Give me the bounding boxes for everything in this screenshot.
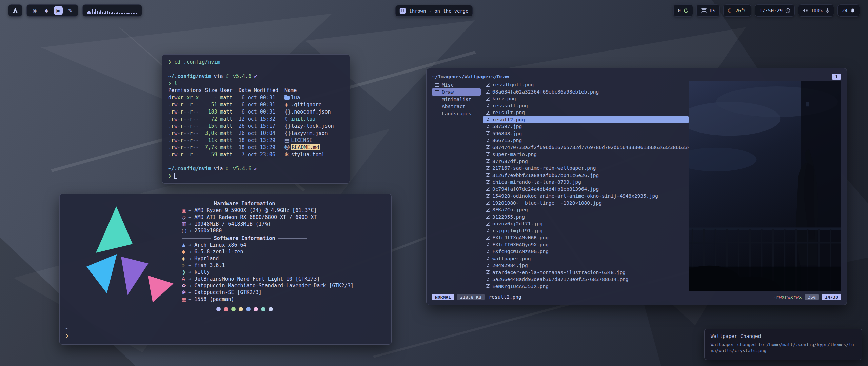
- file-row[interactable]: 5a266e448add93deab367d87173e9f25-6837886…: [483, 276, 689, 283]
- visualizer-bar: [131, 13, 132, 14]
- file-row[interactable]: chica-mirando-la-luna-8799.jpg: [483, 179, 689, 186]
- file-row[interactable]: 19201080-__blue-tinge__-1920×1080.jpg: [483, 200, 689, 207]
- file-row[interactable]: atardecer-en-la-montanas-ilustracion-634…: [483, 269, 689, 276]
- image-file-icon: [486, 284, 490, 288]
- visualizer-bar: [121, 13, 122, 14]
- file-row[interactable]: 0c794faf07de24a4db4d4fb1eb813964.jpg: [483, 186, 689, 193]
- workspace-browser-icon[interactable]: ◉: [30, 6, 39, 15]
- arrow-icon: →: [188, 283, 191, 289]
- fetch-prompt[interactable]: ~ ❯: [65, 325, 68, 340]
- file-row[interactable]: 154928-odinokoe_anime-art-anime-okno-sin…: [483, 192, 689, 200]
- keyboard-layout-module[interactable]: US: [696, 4, 720, 17]
- palette-dot: [254, 307, 258, 311]
- notification-title: Wallpaper Changed: [711, 333, 856, 339]
- file-row[interactable]: 3126f7e9bbf21a8a4af0b67b041c6e26.jpg: [483, 172, 689, 179]
- file-name: super-mario.png: [492, 151, 537, 157]
- file-row[interactable]: 217167-sad-anime-rain-wallpaper.png: [483, 165, 689, 172]
- sidebar-item-misc[interactable]: Misc: [432, 81, 481, 88]
- os-icon: ▲: [182, 242, 188, 248]
- sidebar-item-abstract[interactable]: Abstract: [432, 103, 481, 110]
- workspace-design-icon[interactable]: ✎: [66, 6, 75, 15]
- file-row[interactable]: FXfcJlTXgAMvH6R.png: [483, 234, 689, 241]
- folder-icon: [435, 83, 439, 87]
- cwd-path: ~/.config/nvim: [168, 166, 211, 172]
- terminal-window: ❯cd.config/nvim ~/.config/nvimvia☾v5.4.6…: [162, 54, 350, 184]
- file-row[interactable]: FXfcHgcWIAMzs0G.png: [483, 248, 689, 255]
- updates-module[interactable]: 0: [673, 4, 693, 17]
- notifications-module[interactable]: 24: [837, 4, 860, 17]
- visualizer-bar: [136, 13, 137, 14]
- file-row[interactable]: 8FKa7Cu.jpeg: [483, 206, 689, 214]
- packages-icon: ▦: [182, 296, 188, 302]
- launcher-button[interactable]: [8, 4, 22, 17]
- file-name: kurz.png: [492, 96, 516, 101]
- permissions-cell: .rw-r--r--: [168, 109, 199, 115]
- color-palette: [182, 307, 307, 311]
- file-row[interactable]: ressdfgult.png: [483, 81, 689, 88]
- file-row[interactable]: 587597.jpg: [483, 123, 689, 130]
- file-row[interactable]: EeNKYgIUcAAJ5JX.png: [483, 283, 689, 290]
- notification-popup[interactable]: Wallpaper Changed Wallpaper changed to /…: [704, 329, 862, 360]
- name-cell: ⓂREADME.md: [284, 144, 320, 150]
- sidebar-item-minimalist[interactable]: Minimalist: [432, 96, 481, 103]
- check-icon: ✔: [254, 73, 257, 79]
- file-row[interactable]: super-mario.png: [483, 151, 689, 158]
- font-line: A→JetBrainsMono Nerd Font Light 10 [GTK2…: [182, 276, 385, 283]
- image-file-icon: [486, 97, 490, 101]
- active-prompt-line[interactable]: ❯: [168, 173, 343, 180]
- file-row[interactable]: 87r687df.png: [483, 158, 689, 165]
- media-player-module[interactable]: thrown - on the verge: [395, 5, 473, 17]
- image-file-icon: [486, 166, 490, 170]
- file-name: ressdfgult.png: [492, 82, 534, 87]
- prompt-symbol: ❯: [65, 332, 68, 340]
- file-row[interactable]: resssult.png: [483, 102, 689, 109]
- file-row[interactable]: kurz.png: [483, 95, 689, 102]
- user-cell: matt: [220, 144, 232, 150]
- arrow-icon: →: [188, 207, 191, 214]
- file-name: 0c794faf07de24a4db4d4fb1eb813964.jpg: [492, 186, 599, 192]
- volume-module[interactable]: 100%: [798, 4, 834, 17]
- file-row[interactable]: 596848.jpg: [483, 130, 689, 137]
- permissions-cell: drwxr-xr-x: [168, 95, 199, 101]
- clock-module[interactable]: 17:50:29: [755, 4, 795, 17]
- file-row[interactable]: 08a634fa02a32364f69ebc86a98eb1eb.png: [483, 88, 689, 96]
- prompt-symbol: ❯: [168, 80, 171, 86]
- listing-row: drwxr-xr-x-matt 6 oct 00:31lua: [168, 95, 343, 102]
- file-row[interactable]: FXfcII0X0AQyn9X.png: [483, 241, 689, 248]
- fetch-info: Hardware Information▣→AMD Ryzen 9 5900X …: [182, 200, 385, 311]
- file-row[interactable]: result2.png: [483, 116, 689, 123]
- file-row[interactable]: nnvuv0xj2df71.jpg: [483, 220, 689, 227]
- file-row[interactable]: re1sult.png: [483, 109, 689, 116]
- sidebar-item-landscapes[interactable]: Landscapes: [432, 110, 481, 117]
- visualizer-bar: [133, 13, 134, 14]
- tab-badge[interactable]: 1: [832, 74, 841, 80]
- icon-theme-line: ❀→Catppuccin-SE [GTK2/3]: [182, 289, 385, 296]
- file-row[interactable]: 3122955.png: [483, 214, 689, 221]
- file-row[interactable]: 68747470733a2f2f696d616765732d7769786d70…: [483, 144, 689, 151]
- header-size: Size: [202, 87, 217, 94]
- file-name: nnvuv0xj2df71.jpg: [492, 221, 542, 226]
- visualizer-bar: [124, 13, 125, 14]
- topbar-left: ◉◆▣✎: [8, 4, 142, 17]
- status-bar: NORMAL 218.8 KB result2.png -rwxrwxrwx 3…: [432, 291, 841, 303]
- palette-dot: [269, 307, 273, 311]
- file-row[interactable]: 866715.png: [483, 137, 689, 144]
- sidebar-item-draw[interactable]: Draw: [432, 88, 481, 96]
- workspace-chat-icon[interactable]: ◆: [42, 6, 51, 15]
- shell-line: »→fish 3.6.1: [182, 262, 385, 269]
- icon-theme-icon: ❀: [182, 289, 188, 296]
- check-icon: ✔: [254, 166, 257, 172]
- font-icon: A: [182, 276, 188, 282]
- file-row[interactable]: 20492984.jpg: [483, 262, 689, 269]
- listing-row: .rw-r--r--15kmatt26 oct 15:17{}lazy-lock…: [168, 123, 343, 130]
- memory-icon: ▥: [182, 221, 188, 227]
- palette-dot: [231, 307, 236, 311]
- size-cell: 59: [202, 151, 217, 158]
- workspace-files-icon[interactable]: ▣: [54, 6, 63, 15]
- file-row[interactable]: rsjqojlmjhf91.jpg: [483, 227, 689, 235]
- file-row[interactable]: wallpaper.png: [483, 255, 689, 262]
- weather-module[interactable]: ☾ 26°C: [723, 4, 751, 17]
- permissions-cell: .rw-r--r--: [168, 116, 199, 122]
- name-cell: ☾init.lua: [284, 116, 315, 122]
- name-cell: ✱stylua.toml: [284, 151, 324, 158]
